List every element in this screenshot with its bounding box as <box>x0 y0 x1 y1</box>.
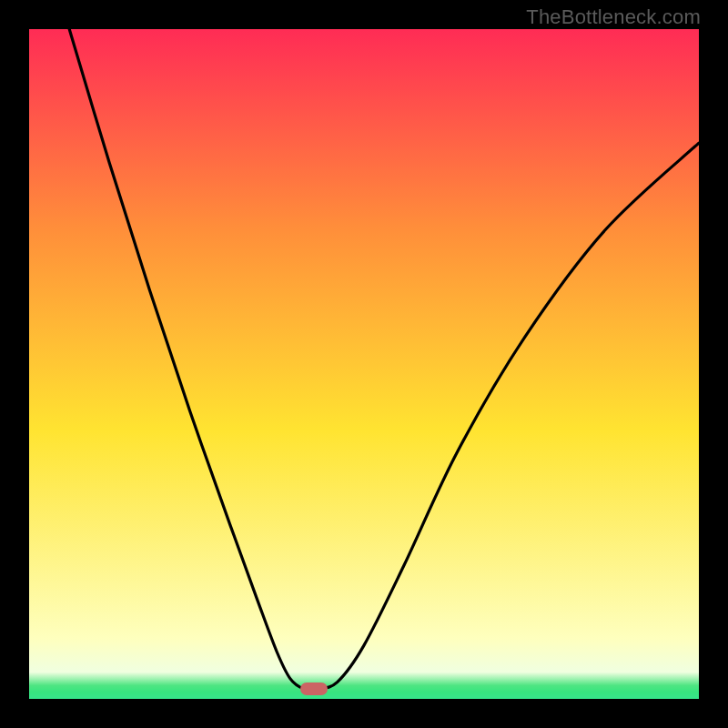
watermark-text: TheBottleneck.com <box>526 5 701 29</box>
bottleneck-curve <box>29 29 699 699</box>
chart-frame: TheBottleneck.com <box>0 0 728 728</box>
minimum-marker <box>300 682 328 695</box>
plot-area <box>29 29 699 699</box>
